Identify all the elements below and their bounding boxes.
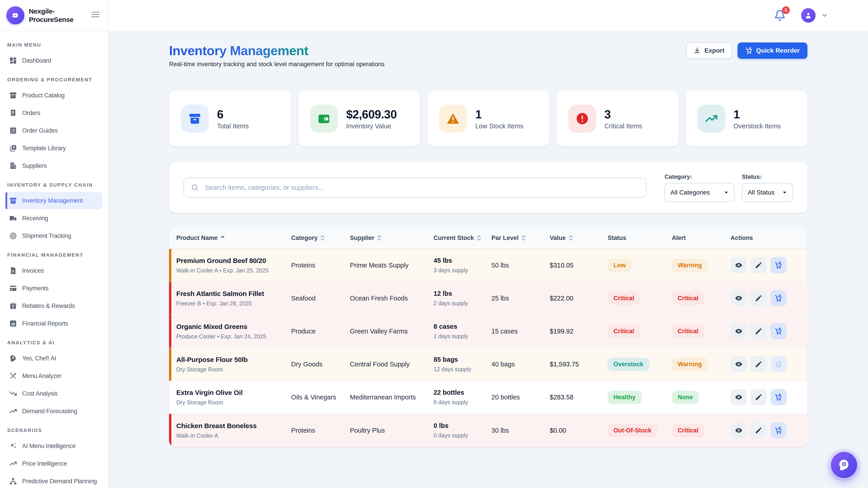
reorder-button[interactable] [770,257,786,273]
truck-icon [9,214,17,222]
reorder-button[interactable] [770,389,786,405]
sidebar-item-suppliers[interactable]: Suppliers [5,157,103,174]
radar-icon [9,232,17,240]
warning-triangle-icon [439,105,467,133]
sidebar-item-yes-chef-ai[interactable]: Yes, Chef! AI [5,350,103,367]
category-select[interactable]: All Categories [664,183,735,202]
reorder-button[interactable] [770,356,786,372]
notifications-button[interactable]: 5 [774,9,786,21]
column-header-supplier[interactable]: Supplier [350,234,434,241]
sidebar-item-receiving[interactable]: Receiving [5,210,103,227]
column-header-product-name[interactable]: Product Name [176,234,291,241]
stat-value: 6 [217,107,249,121]
product-name: Extra Virgin Olive Oil [176,389,291,396]
sidebar-item-ai-menu-intelligence[interactable]: AI Menu Intelligence [5,437,103,455]
edit-button[interactable] [750,323,767,339]
trending-up-icon [9,459,17,468]
status-select[interactable]: All Status [742,183,793,202]
view-button[interactable] [731,290,747,306]
view-button[interactable] [731,257,747,273]
par-level-cell: 50 lbs [491,262,550,269]
view-button[interactable] [731,422,747,438]
stat-card-overstock-items: 1 Overstock Items [686,91,807,147]
current-stock: 85 bags [434,356,491,363]
product-meta: Walk-in Cooler A [176,432,291,439]
bar-chart-icon [9,320,17,328]
reorder-button[interactable] [770,422,786,438]
page: Inventory Management Real-time inventory… [108,31,868,488]
user-menu-chevron[interactable] [821,12,828,19]
sidebar-item-price-intelligence[interactable]: Price Intelligence [5,455,103,472]
view-button[interactable] [731,323,747,339]
category-cell: Produce [291,328,350,335]
column-header-alert: Alert [672,234,731,241]
sidebar-item-dashboard[interactable]: Dashboard [5,52,103,69]
sidebar-item-demand-forecasting[interactable]: Demand Forecasting [5,402,103,420]
sidebar-item-predictive-demand-planning[interactable]: Predictive Demand Planning [5,473,103,488]
product-meta: Walk-in Cooler A • Exp: Jan 25, 2025 [176,267,291,274]
sidebar-item-financial-reports[interactable]: Financial Reports [5,315,103,332]
app: Nexgile-ProcureSense MAIN MENU Dashboard… [0,0,868,488]
category-filter-label: Category: [664,173,735,180]
sidebar-item-product-catalog[interactable]: Product Catalog [5,87,103,104]
supplier-cell: Mediterranean Imports [350,394,434,401]
sidebar-item-menu-analyzer[interactable]: Menu Analyzer [5,367,103,385]
chevron-down-icon [821,12,828,19]
sidebar-item-cost-analysis[interactable]: Cost Analysis [5,385,103,402]
edit-button[interactable] [750,257,767,273]
sidebar-item-order-guides[interactable]: Order Guides [5,122,103,139]
product-name: Organic Mixed Greens [176,323,291,330]
ai-assistant-icon [838,459,850,471]
sidebar-section-label: SCENARIOS [0,420,108,437]
column-header-category[interactable]: Category [291,234,350,241]
table-row: Premium Ground Beef 80/20 Walk-in Cooler… [169,249,807,282]
trending-up-icon [698,105,725,133]
ai-assistant-fab[interactable] [831,452,857,478]
column-header-value[interactable]: Value [550,234,608,241]
edit-button[interactable] [750,290,767,306]
view-button[interactable] [731,389,747,405]
current-stock: 12 lbs [434,290,491,297]
avatar[interactable] [801,8,815,23]
supplier-cell: Prime Meats Supply [350,262,434,269]
sidebar-item-orders[interactable]: Orders [5,104,103,122]
sidebar-item-rebates-rewards[interactable]: Rebates & Rewards [5,297,103,315]
view-button[interactable] [731,356,747,372]
main-area: 5 Inventory Management Real-time invento… [108,0,868,488]
reorder-button[interactable] [770,323,786,339]
search-icon [191,184,199,192]
sidebar-item-invoices[interactable]: Invoices [5,262,103,279]
status-badge: Out-Of-Stock [608,424,657,437]
stat-value: 3 [604,107,643,121]
column-header-par-level[interactable]: Par Level [491,234,550,241]
hamburger-menu-icon[interactable] [89,8,102,23]
trending-down-icon [9,390,17,398]
template-library-icon [9,144,17,152]
product-meta: Produce Cooler • Exp: Jan 24, 2025 [176,333,291,340]
page-header: Inventory Management Real-time inventory… [169,31,807,74]
table-row: Fresh Atlantic Salmon Fillet Freezer B •… [169,282,807,315]
order-guides-icon [9,127,17,135]
edit-button[interactable] [750,422,767,438]
sidebar-header: Nexgile-ProcureSense [0,0,108,31]
value-cell: $222.00 [550,295,608,302]
sidebar-item-label: Suppliers [22,162,47,169]
par-level-cell: 30 lbs [491,427,550,434]
quick-reorder-button[interactable]: Quick Reorder [738,42,807,59]
alert-badge: Critical [672,424,704,437]
current-stock: 45 lbs [434,257,491,264]
search-input[interactable] [184,177,647,197]
sidebar-item-payments[interactable]: Payments [5,280,103,297]
sidebar-item-label: Dashboard [22,57,51,64]
sidebar-item-template-library[interactable]: Template Library [5,140,103,157]
reorder-button[interactable] [770,290,786,306]
sidebar-item-label: Yes, Chef! AI [22,355,56,362]
export-button[interactable]: Export [686,42,732,59]
edit-button[interactable] [750,356,767,372]
edit-button[interactable] [750,389,767,405]
sidebar-item-inventory-management[interactable]: Inventory Management [5,192,103,209]
sidebar-item-shipment-tracking[interactable]: Shipment Tracking [5,227,103,245]
column-header-current-stock[interactable]: Current Stock [434,234,491,241]
days-supply: 8 days supply [434,399,491,405]
sidebar-section-label: MAIN MENU [0,35,108,52]
